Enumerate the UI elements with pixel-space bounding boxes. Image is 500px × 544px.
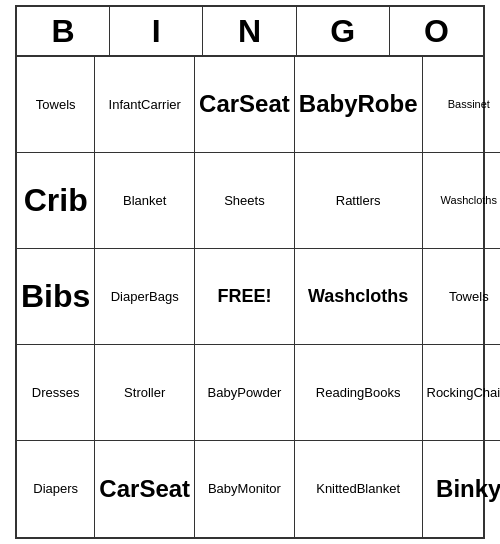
bingo-cell: Rattlers [295, 153, 423, 249]
header-letter: O [390, 7, 483, 55]
bingo-cell: FREE! [195, 249, 295, 345]
header-letter: N [203, 7, 296, 55]
bingo-cell: BabyMonitor [195, 441, 295, 537]
bingo-cell: ReadingBooks [295, 345, 423, 441]
bingo-header: BINGO [17, 7, 483, 57]
header-letter: I [110, 7, 203, 55]
bingo-cell: Bassinet [423, 57, 501, 153]
bingo-cell: Washcloths [423, 153, 501, 249]
header-letter: B [17, 7, 110, 55]
bingo-cell: Stroller [95, 345, 195, 441]
bingo-cell: RockingChairs [423, 345, 501, 441]
bingo-card: BINGO TowelsInfantCarrierCarSeatBabyRobe… [15, 5, 485, 539]
bingo-cell: InfantCarrier [95, 57, 195, 153]
bingo-cell: DiaperBags [95, 249, 195, 345]
bingo-cell: Binky [423, 441, 501, 537]
bingo-cell: Towels [423, 249, 501, 345]
bingo-cell: Blanket [95, 153, 195, 249]
bingo-cell: Towels [17, 57, 95, 153]
bingo-cell: BabyPowder [195, 345, 295, 441]
bingo-cell: BabyRobe [295, 57, 423, 153]
bingo-cell: Bibs [17, 249, 95, 345]
bingo-cell: CarSeat [195, 57, 295, 153]
bingo-cell: Diapers [17, 441, 95, 537]
bingo-cell: Dresses [17, 345, 95, 441]
bingo-grid: TowelsInfantCarrierCarSeatBabyRobeBassin… [17, 57, 483, 537]
bingo-cell: Washcloths [295, 249, 423, 345]
header-letter: G [297, 7, 390, 55]
bingo-cell: Sheets [195, 153, 295, 249]
bingo-cell: KnittedBlanket [295, 441, 423, 537]
bingo-cell: Crib [17, 153, 95, 249]
bingo-cell: CarSeat [95, 441, 195, 537]
